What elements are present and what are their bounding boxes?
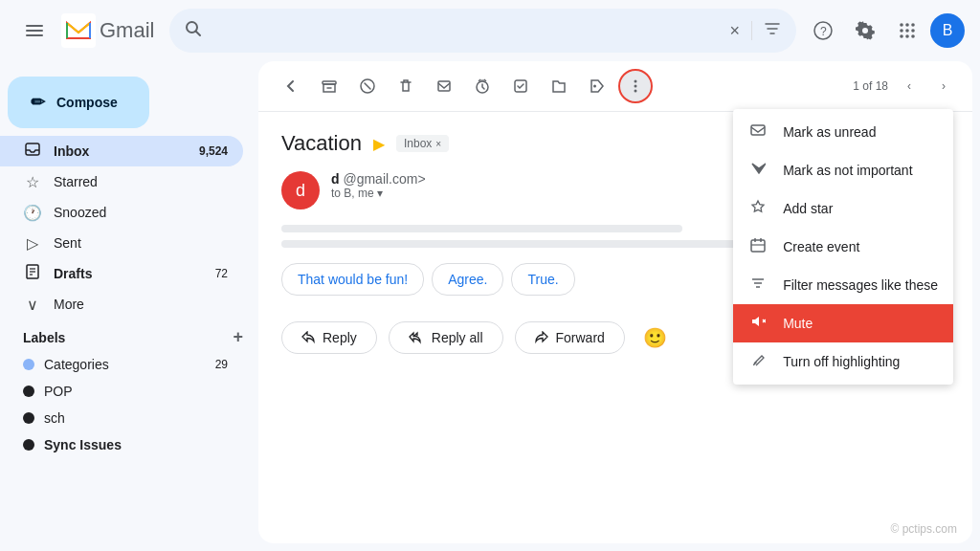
pagination: 1 of 18 ‹ › (853, 73, 957, 99)
settings-button[interactable] (846, 11, 884, 50)
create-event-item[interactable]: Create event (733, 228, 953, 266)
svg-point-15 (905, 34, 909, 38)
starred-icon: ☆ (23, 173, 42, 191)
snoozed-icon: 🕐 (23, 204, 42, 222)
mark-not-important-icon (748, 161, 768, 180)
snooze-button[interactable] (465, 69, 500, 103)
search-filter-icon[interactable] (764, 20, 781, 42)
labels-add-button[interactable]: + (233, 327, 243, 347)
drafts-icon (23, 264, 42, 283)
sidebar-item-starred[interactable]: ☆ Starred (0, 166, 243, 197)
label-item-pop[interactable]: POP (0, 378, 243, 405)
compose-button[interactable]: ✏ Compose (8, 77, 149, 128)
expand-recipients-icon[interactable]: ▾ (377, 187, 383, 200)
svg-point-29 (635, 80, 637, 83)
pagination-text: 1 of 18 (853, 79, 888, 93)
delete-button[interactable] (389, 69, 423, 103)
mute-item[interactable]: Mute (733, 304, 953, 342)
svg-point-13 (911, 29, 915, 33)
back-button[interactable] (274, 69, 308, 103)
label-count-categories: 29 (215, 358, 228, 371)
sidebar-item-inbox[interactable]: Inbox 9,524 (0, 136, 243, 166)
report-spam-button[interactable] (350, 69, 385, 103)
inbox-icon (23, 142, 42, 161)
gmail-logo-text: Gmail (100, 18, 154, 43)
sent-icon: ▷ (23, 234, 42, 253)
svg-point-10 (911, 23, 915, 27)
svg-point-9 (905, 23, 909, 27)
archive-button[interactable] (312, 69, 346, 103)
reply-all-button[interactable]: Reply all (389, 321, 503, 354)
svg-rect-1 (26, 30, 43, 32)
inbox-badge[interactable]: Inbox × (396, 135, 449, 152)
search-input[interactable] (210, 22, 722, 39)
sidebar: ✏ Compose Inbox 9,524 ☆ Starred 🕐 Snooze… (0, 61, 258, 551)
svg-point-16 (911, 34, 915, 38)
turn-off-highlighting-icon (748, 352, 768, 371)
more-options-button[interactable] (618, 69, 653, 103)
sidebar-item-snoozed[interactable]: 🕐 Snoozed (0, 197, 243, 228)
avatar[interactable]: B (930, 13, 965, 48)
label-item-sync-issues[interactable]: Sync Issues (0, 431, 243, 458)
filter-messages-icon (748, 276, 768, 295)
emoji-button[interactable]: 🙂 (636, 319, 675, 357)
inbox-label: Inbox (54, 143, 89, 159)
filter-messages-label: Filter messages like these (783, 277, 938, 293)
sidebar-item-sent[interactable]: ▷ Sent (0, 228, 243, 258)
more-options-dropdown: Mark as unread Mark as not important Add… (733, 109, 953, 385)
top-icons: ? B (804, 11, 965, 50)
next-email-button[interactable]: › (930, 73, 957, 99)
search-clear-icon[interactable]: × (729, 21, 740, 41)
priority-icon: ▶ (373, 135, 385, 153)
inbox-count: 9,524 (199, 144, 228, 158)
reply-button[interactable]: Reply (281, 321, 377, 354)
svg-rect-0 (26, 25, 43, 27)
turn-off-highlighting-item[interactable]: Turn off highlighting (733, 342, 953, 381)
svg-rect-25 (438, 81, 450, 91)
label-sch: sch (44, 410, 65, 426)
sidebar-item-drafts[interactable]: Drafts 72 (0, 258, 243, 289)
label-item-categories[interactable]: Categories 29 (0, 351, 243, 378)
mark-read-button[interactable] (427, 69, 461, 103)
label-dot-sch (23, 412, 34, 424)
svg-line-24 (365, 83, 370, 89)
drafts-label: Drafts (54, 266, 92, 281)
sidebar-item-more[interactable]: ∨ More (0, 289, 243, 320)
add-task-button[interactable] (503, 69, 538, 103)
svg-point-8 (900, 23, 903, 27)
add-star-label: Add star (783, 201, 833, 216)
svg-rect-33 (751, 240, 765, 252)
forward-button[interactable]: Forward (515, 321, 625, 354)
email-toolbar: 1 of 18 ‹ › (258, 61, 972, 112)
label-dot-sync-issues (23, 439, 34, 451)
smart-reply-3[interactable]: True. (511, 263, 574, 296)
mute-icon (748, 314, 768, 333)
filter-messages-item[interactable]: Filter messages like these (733, 266, 953, 304)
label-button[interactable] (580, 69, 614, 103)
svg-rect-17 (26, 143, 39, 155)
main-menu-button[interactable] (15, 11, 54, 50)
drafts-count: 72 (215, 267, 228, 280)
prev-email-button[interactable]: ‹ (896, 73, 923, 99)
mark-unread-item[interactable]: Mark as unread (733, 113, 953, 151)
smart-reply-1[interactable]: That would be fun! (281, 263, 424, 296)
sender-email: @gmail.com> (343, 171, 425, 187)
svg-point-12 (905, 29, 909, 33)
inbox-badge-close-icon[interactable]: × (435, 139, 441, 149)
label-item-sch[interactable]: sch (0, 405, 243, 431)
label-dot-pop (23, 386, 34, 397)
add-star-item[interactable]: Add star (733, 189, 953, 228)
help-button[interactable]: ? (804, 11, 842, 50)
svg-rect-32 (751, 125, 765, 135)
svg-point-14 (900, 34, 903, 38)
more-chevron-icon: ∨ (23, 296, 42, 314)
svg-point-31 (635, 90, 637, 93)
move-to-button[interactable] (542, 69, 576, 103)
more-label: More (54, 297, 84, 312)
svg-point-30 (635, 85, 637, 88)
apps-button[interactable] (888, 11, 926, 50)
sender-avatar: d (281, 171, 320, 209)
label-sync-issues: Sync Issues (44, 437, 122, 452)
smart-reply-2[interactable]: Agree. (432, 263, 503, 296)
mark-not-important-item[interactable]: Mark as not important (733, 151, 953, 189)
